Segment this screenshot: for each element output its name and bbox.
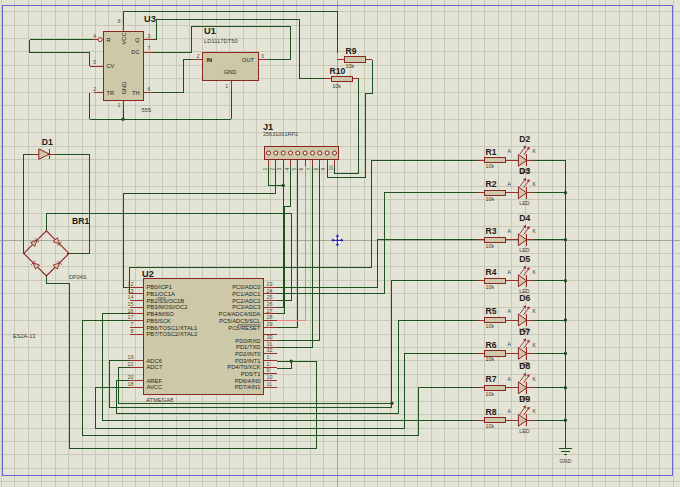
svg-text:24: 24 <box>267 288 273 294</box>
svg-text:OUT: OUT <box>242 57 255 63</box>
svg-text:R6: R6 <box>486 340 497 350</box>
svg-text:PD2/INT0: PD2/INT0 <box>235 351 260 357</box>
svg-text:D7: D7 <box>519 327 530 337</box>
svg-text:TR: TR <box>107 90 115 96</box>
svg-text:ATMEGA8: ATMEGA8 <box>146 397 173 403</box>
svg-text:PC1/ADC1: PC1/ADC1 <box>232 291 260 297</box>
svg-text:22: 22 <box>128 361 134 367</box>
svg-text:1: 1 <box>118 102 121 108</box>
svg-text:D4: D4 <box>519 213 530 223</box>
svg-text:20: 20 <box>128 374 134 380</box>
svg-text:DF04S: DF04S <box>69 274 87 280</box>
svg-text:U2: U2 <box>142 269 154 279</box>
svg-text:11: 11 <box>267 381 273 387</box>
svg-text:555: 555 <box>142 107 152 113</box>
svg-text:R10: R10 <box>330 66 346 76</box>
svg-text:BR1: BR1 <box>72 216 89 226</box>
svg-text:2: 2 <box>267 361 270 367</box>
svg-text:10: 10 <box>328 165 334 171</box>
svg-text:1: 1 <box>262 168 268 171</box>
svg-text:6: 6 <box>298 168 304 171</box>
svg-text:ES2A-13: ES2A-13 <box>13 333 35 339</box>
svg-text:12: 12 <box>128 281 134 287</box>
svg-text:D9: D9 <box>519 394 530 404</box>
svg-text:28: 28 <box>267 314 273 320</box>
svg-text:U3: U3 <box>144 14 156 24</box>
svg-text:PD4/T0/XCK: PD4/T0/XCK <box>227 364 260 370</box>
svg-text:GND: GND <box>121 82 127 95</box>
svg-text:18: 18 <box>128 381 134 387</box>
svg-text:4: 4 <box>93 33 96 39</box>
svg-text:10: 10 <box>267 374 273 380</box>
svg-text:10k: 10k <box>486 323 495 329</box>
svg-text:29: 29 <box>267 321 273 327</box>
svg-text:R4: R4 <box>486 267 497 277</box>
svg-text:15: 15 <box>128 301 134 307</box>
svg-text:19: 19 <box>128 354 134 360</box>
svg-text:17: 17 <box>128 314 134 320</box>
svg-text:TH: TH <box>132 90 140 96</box>
svg-text:D1: D1 <box>42 137 53 147</box>
svg-text:PB0/ICP1: PB0/ICP1 <box>147 284 172 290</box>
svg-text:PD3/INT1: PD3/INT1 <box>235 358 260 364</box>
svg-text:25631001RP2: 25631001RP2 <box>263 131 298 137</box>
svg-text:23: 23 <box>267 281 273 287</box>
svg-text:3: 3 <box>276 168 282 171</box>
svg-text:13: 13 <box>128 288 134 294</box>
svg-text:5: 5 <box>93 59 96 65</box>
svg-text:D3: D3 <box>519 166 530 176</box>
svg-text:AREF: AREF <box>147 378 163 384</box>
svg-text:LED: LED <box>519 428 529 434</box>
svg-text:ADC6: ADC6 <box>147 358 162 364</box>
svg-text:PB7/TOSC2/XTAL2: PB7/TOSC2/XTAL2 <box>147 331 198 337</box>
svg-text:PC3/ADC3: PC3/ADC3 <box>232 304 260 310</box>
svg-text:2: 2 <box>269 168 275 171</box>
svg-text:32: 32 <box>267 347 273 353</box>
svg-text:10k: 10k <box>486 423 495 429</box>
svg-text:R5: R5 <box>486 306 497 316</box>
svg-text:R1: R1 <box>486 147 497 157</box>
svg-text:IN: IN <box>207 57 213 63</box>
svg-text:6: 6 <box>148 86 151 92</box>
svg-text:GND: GND <box>224 69 237 75</box>
svg-text:PB1/OC1A: PB1/OC1A <box>147 291 175 297</box>
svg-text:1: 1 <box>225 83 228 89</box>
svg-text:16: 16 <box>128 308 134 314</box>
svg-text:LED: LED <box>519 247 529 253</box>
svg-text:8: 8 <box>313 168 319 171</box>
svg-text:PD7/AIN1: PD7/AIN1 <box>235 384 261 390</box>
svg-text:PC5/ADC5/SCL: PC5/ADC5/SCL <box>219 318 261 324</box>
svg-text:2: 2 <box>197 53 200 59</box>
svg-text:R7: R7 <box>486 374 497 384</box>
svg-text:PC0/ADC0: PC0/ADC0 <box>232 284 260 290</box>
svg-text:3: 3 <box>148 33 151 39</box>
svg-text:8: 8 <box>118 18 121 24</box>
svg-text:4: 4 <box>284 168 290 171</box>
svg-text:5: 5 <box>291 168 297 171</box>
svg-text:LED: LED <box>519 200 529 206</box>
svg-text:10k: 10k <box>486 391 495 397</box>
svg-text:31: 31 <box>267 341 273 347</box>
svg-text:R8: R8 <box>486 407 497 417</box>
svg-text:PD5/T1: PD5/T1 <box>241 371 261 377</box>
svg-text:D8: D8 <box>519 361 530 371</box>
svg-text:D5: D5 <box>519 254 530 264</box>
svg-text:14: 14 <box>128 294 134 300</box>
svg-text:PB4/MISO: PB4/MISO <box>147 311 175 317</box>
svg-text:25: 25 <box>267 294 273 300</box>
svg-text:26: 26 <box>267 301 273 307</box>
svg-text:1: 1 <box>267 354 270 360</box>
svg-text:Q: Q <box>135 37 140 43</box>
svg-text:8: 8 <box>131 328 134 334</box>
svg-text:D6: D6 <box>519 293 530 303</box>
svg-text:PD6/AIN0: PD6/AIN0 <box>235 378 261 384</box>
svg-text:10k: 10k <box>486 196 495 202</box>
svg-text:7: 7 <box>148 45 151 51</box>
svg-text:9: 9 <box>267 367 270 373</box>
svg-text:PB3/MOSI/OC2: PB3/MOSI/OC2 <box>147 304 188 310</box>
svg-text:PD0/RXD: PD0/RXD <box>235 338 260 344</box>
svg-text:27: 27 <box>267 308 273 314</box>
svg-text:7: 7 <box>131 321 134 327</box>
svg-text:PD1/TXD: PD1/TXD <box>236 344 260 350</box>
svg-text:PC2/ADC2: PC2/ADC2 <box>232 298 260 304</box>
